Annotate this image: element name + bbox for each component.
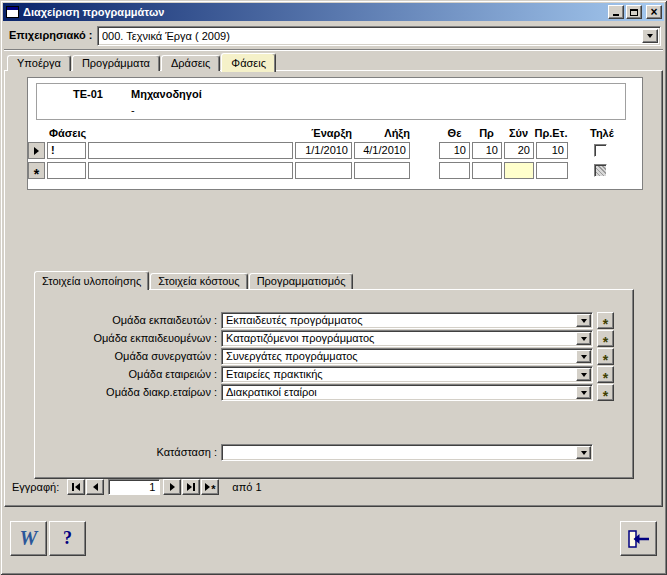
cell-pr[interactable]: 10: [472, 142, 502, 159]
subtab-stoixeia-kostous[interactable]: Στοιχεία κόστους: [150, 273, 247, 289]
program-name: Μηχανοδηγοί: [131, 88, 202, 100]
tab-programmata[interactable]: Προγράμματα: [72, 55, 160, 71]
phases-subform: ΤΕ-01 Μηχανοδηγοί - Φάσεις Έναρξη Λήξη Θ…: [27, 77, 643, 190]
word-button[interactable]: W: [10, 521, 47, 556]
tab-faseis[interactable]: Φάσεις: [221, 53, 276, 72]
close-button[interactable]: ×: [646, 5, 662, 19]
katastasi-combobox[interactable]: [221, 444, 593, 461]
omada-etaireion-combobox[interactable]: Εταιρείες πρακτικής: [221, 366, 593, 383]
new-cell-start-date[interactable]: [295, 162, 352, 179]
column-header-enarxi: Έναρξη: [294, 127, 352, 139]
omada-diakratikon-etairon-builder-button[interactable]: *: [597, 384, 614, 401]
cell-end-date[interactable]: 4/1/2010: [354, 142, 410, 159]
new-cell-pr[interactable]: [472, 162, 502, 179]
column-header-tele: Τηλέ: [590, 127, 614, 139]
cell-syn[interactable]: 20: [504, 142, 534, 159]
dropdown-button[interactable]: [576, 386, 591, 399]
new-cell-the[interactable]: [439, 162, 470, 179]
cell-tele-checkbox[interactable]: [594, 144, 607, 157]
program-code: ΤΕ-01: [73, 88, 103, 100]
minimize-button[interactable]: [608, 5, 624, 19]
titlebar[interactable]: Διαχείριση προγραμμάτων ×: [3, 3, 664, 21]
chevron-down-icon: [581, 355, 587, 359]
new-cell-phase[interactable]: [47, 162, 86, 179]
current-record-arrow-icon: [34, 147, 39, 155]
stoixeia-ylopoiisis-page: Ομάδα εκπαιδευτών : Εκπαιδευτές προγράμμ…: [34, 289, 634, 479]
maximize-button[interactable]: [626, 5, 642, 19]
new-record-selector[interactable]: *: [28, 162, 45, 179]
first-record-icon: [75, 483, 80, 491]
combo-value: Εκπαιδευτές προγράμματος: [226, 314, 574, 326]
business-plan-combobox[interactable]: 000. Τεχνικά Έργα ( 2009): [97, 26, 661, 46]
new-cell-end-date[interactable]: [354, 162, 410, 179]
omada-ekpaideuton-builder-button[interactable]: *: [597, 312, 614, 329]
chevron-down-icon: [581, 337, 587, 341]
faseis-tab-page: ΤΕ-01 Μηχανοδηγοί - Φάσεις Έναρξη Λήξη Θ…: [4, 70, 663, 507]
new-cell-description[interactable]: [88, 162, 293, 179]
nav-first-button[interactable]: [67, 479, 85, 495]
field-label: Ομάδα συνεργατών :: [35, 350, 217, 362]
cell-description[interactable]: [88, 142, 293, 159]
column-header-faseis: Φάσεις: [49, 127, 86, 139]
cell-pret[interactable]: 10: [536, 142, 568, 159]
record-nav-label: Εγγραφή:: [12, 481, 59, 493]
omada-ekpaideuomenon-builder-button[interactable]: *: [597, 330, 614, 347]
cell-start-date[interactable]: 1/1/2010: [295, 142, 352, 159]
new-record-icon: *: [34, 170, 39, 178]
column-header-lixi: Λήξη: [354, 127, 410, 139]
field-label: Ομάδα εκπαιδευομένων :: [35, 332, 217, 344]
new-record-row: *: [28, 162, 642, 179]
main-tabs: Υποέργα Προγράμματα Δράσεις Φάσεις: [7, 52, 277, 71]
business-plan-value: 000. Τεχνικά Έργα ( 2009): [102, 30, 642, 42]
omada-synergaton-builder-button[interactable]: *: [597, 348, 614, 365]
dropdown-button[interactable]: [576, 446, 591, 459]
detail-tabs: Στοιχεία υλοποίησης Στοιχεία κόστους Προ…: [34, 270, 354, 289]
program-header-box: ΤΕ-01 Μηχανοδηγοί -: [36, 83, 626, 120]
window-controls: ×: [608, 5, 662, 19]
omada-diakratikon-etairon-combobox[interactable]: Διακρατικοί εταίροι: [221, 384, 593, 401]
new-record-icon: [205, 483, 210, 491]
dropdown-button[interactable]: [576, 314, 591, 327]
omada-synergaton-combobox[interactable]: Συνεργάτες προγράμματος: [221, 348, 593, 365]
field-katastasi: Κατάσταση :: [35, 444, 633, 461]
exit-button[interactable]: [620, 521, 657, 556]
app-window: Διαχείριση προγραμμάτων × Επιχειρησιακό …: [0, 0, 667, 575]
help-button[interactable]: ?: [49, 521, 86, 556]
combo-value: Καταρτιζόμενοι προγράμματος: [226, 332, 574, 344]
dropdown-button[interactable]: [576, 350, 591, 363]
nav-prev-button[interactable]: [86, 479, 104, 495]
tab-ypoerga[interactable]: Υποέργα: [7, 55, 71, 71]
field-label: Ομάδα εκπαιδευτών :: [35, 314, 217, 326]
tab-draseis[interactable]: Δράσεις: [161, 55, 220, 71]
nav-new-record-button[interactable]: *: [201, 479, 219, 495]
record-selector[interactable]: [28, 142, 45, 159]
dropdown-button[interactable]: [576, 332, 591, 345]
chevron-down-icon: [581, 319, 587, 323]
subtab-stoixeia-ylopoiisis[interactable]: Στοιχεία υλοποίησης: [34, 271, 149, 290]
business-plan-dropdown-button[interactable]: [642, 29, 658, 43]
business-plan-label: Επιχειρησιακό :: [9, 29, 93, 41]
new-record-icon: *: [211, 486, 215, 492]
cell-phase[interactable]: !: [47, 142, 86, 159]
nav-last-button[interactable]: [182, 479, 200, 495]
last-record-icon: [187, 483, 192, 491]
new-cell-pret[interactable]: [536, 162, 568, 179]
exit-icon: [627, 529, 651, 549]
divider: [4, 49, 663, 51]
cell-the[interactable]: 10: [439, 142, 470, 159]
dropdown-button[interactable]: [576, 368, 591, 381]
omada-ekpaideuton-combobox[interactable]: Εκπαιδευτές προγράμματος: [221, 312, 593, 329]
omada-etaireion-builder-button[interactable]: *: [597, 366, 614, 383]
first-record-icon: [72, 483, 74, 491]
previous-record-icon: [93, 483, 98, 491]
nav-current-record-input[interactable]: 1: [108, 479, 160, 495]
minimize-icon: [613, 14, 619, 16]
new-cell-syn[interactable]: [504, 162, 534, 179]
column-header-syn: Σύν: [503, 127, 534, 139]
new-cell-tele-checkbox[interactable]: [594, 164, 607, 177]
omada-ekpaideuomenon-combobox[interactable]: Καταρτιζόμενοι προγράμματος: [221, 330, 593, 347]
chevron-down-icon: [581, 373, 587, 377]
nav-next-button[interactable]: [163, 479, 181, 495]
subtab-programmatismos[interactable]: Προγραμματισμός: [249, 273, 354, 289]
builder-icon: *: [603, 320, 608, 328]
